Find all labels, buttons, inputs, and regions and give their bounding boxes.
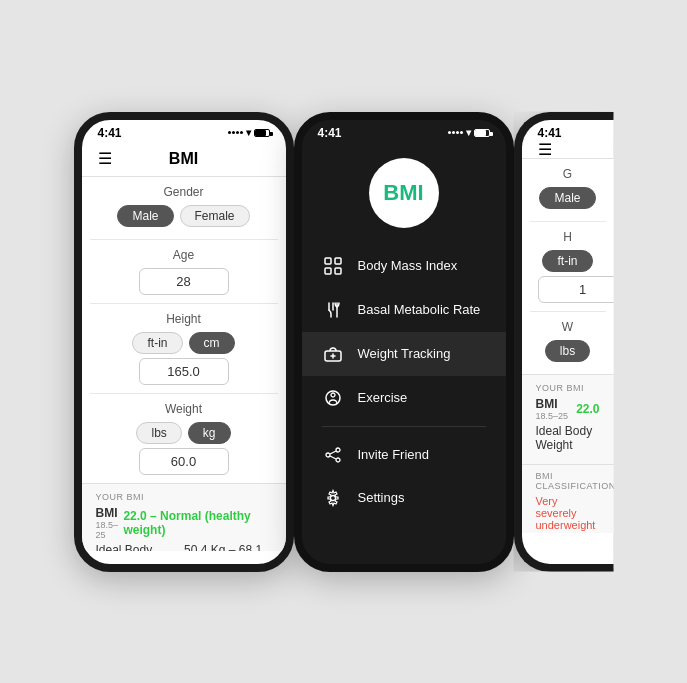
svg-point-12	[336, 448, 340, 452]
phone-1: 4:41 ▾ ☰ BMI Gender Male	[74, 112, 294, 572]
ideal-label-3: Ideal Body Weight	[536, 424, 600, 452]
menu-item-weight[interactable]: Weight Tracking	[302, 332, 506, 376]
menu-item-bmi[interactable]: Body Mass Index	[302, 244, 506, 288]
app-header-3: ☰	[522, 142, 614, 159]
hamburger-menu-1[interactable]: ☰	[98, 149, 112, 168]
weight-unit-group: lbs kg	[98, 422, 270, 444]
bmi-logo-text: BMI	[383, 180, 423, 206]
height-ftin-btn[interactable]: ft-in	[132, 332, 182, 354]
status-icons-1: ▾	[228, 127, 270, 138]
exercise-icon	[322, 387, 344, 409]
age-input[interactable]: 28	[139, 268, 229, 295]
bmi-range: 18.5–25	[96, 520, 124, 540]
class-row-3-0: Very severely underweight	[536, 495, 600, 531]
bmi-label-3: BMI	[536, 397, 569, 411]
signal-icon-2	[448, 131, 463, 134]
menu-label-bmr: Basal Metabolic Rate	[358, 302, 481, 317]
svg-rect-2	[325, 268, 331, 274]
height-input[interactable]	[139, 358, 229, 385]
signal-icon	[228, 131, 243, 134]
height-section-3: H ft-in	[522, 222, 614, 311]
svg-point-13	[326, 453, 330, 457]
weight-section-3: W lbs	[522, 312, 614, 374]
height-label: Height	[98, 312, 270, 326]
menu-item-exercise[interactable]: Exercise	[302, 376, 506, 420]
gender-toggle-group: Male Female	[98, 205, 270, 227]
weight-lbs-btn[interactable]: lbs	[136, 422, 181, 444]
svg-point-11	[331, 393, 335, 397]
bmi-label: BMI	[96, 506, 124, 520]
height-unit-3: ft-in	[538, 250, 598, 272]
svg-line-15	[330, 451, 336, 454]
bmi-value-display: 22.0 – Normal (healthy weight)	[123, 509, 271, 537]
bmi-row-3: BMI 18.5–25 22.0	[536, 397, 600, 421]
bmi-logo: BMI	[369, 158, 439, 228]
gender-group-3: Male	[538, 187, 598, 209]
height-unit-group: ft-in cm	[98, 332, 270, 354]
menu-label-weight: Weight Tracking	[358, 346, 451, 361]
gender-female-btn[interactable]: Female	[180, 205, 250, 227]
weight-kg-btn[interactable]: kg	[188, 422, 231, 444]
app-content-1: Gender Male Female Age 28 Height ft-in c…	[82, 177, 286, 551]
menu-item-bmr[interactable]: Basal Metabolic Rate	[302, 288, 506, 332]
ideal-body-weight-label: Ideal Body Weight	[96, 543, 185, 551]
class-section-3: BMI CLASSIFICATION Very severely underwe…	[522, 464, 614, 533]
ideal-row-3: Ideal Body Weight	[536, 424, 600, 458]
wifi-icon-2: ▾	[466, 127, 471, 138]
app-title-1: BMI	[169, 150, 198, 168]
gender-section: Gender Male Female	[82, 177, 286, 239]
weight-lbs-3[interactable]: lbs	[545, 340, 590, 362]
height-cm-btn[interactable]: cm	[189, 332, 235, 354]
weight-label: Weight	[98, 402, 270, 416]
phone-2: 4:41 ▾ BMI	[294, 112, 514, 572]
weight-input[interactable]	[139, 448, 229, 475]
weight-icon	[322, 343, 344, 365]
hamburger-3[interactable]: ☰	[538, 140, 552, 159]
height-section: Height ft-in cm	[82, 304, 286, 393]
weight-section: Weight lbs kg	[82, 394, 286, 483]
phones-container: 4:41 ▾ ☰ BMI Gender Male	[74, 112, 614, 572]
bmi-label-group-3: BMI 18.5–25	[536, 397, 569, 421]
bmi-value-row: BMI 18.5–25 22.0 – Normal (healthy weigh…	[96, 506, 272, 540]
menu-label-settings: Settings	[358, 490, 405, 505]
menu-item-invite[interactable]: Invite Friend	[302, 433, 506, 476]
bmi-value-3: 22.0	[576, 402, 599, 416]
gender-label: Gender	[98, 185, 270, 199]
menu-item-settings[interactable]: Settings	[302, 476, 506, 520]
bmi-range-3: 18.5–25	[536, 411, 569, 421]
svg-rect-0	[325, 258, 331, 264]
status-bar-1: 4:41 ▾	[82, 120, 286, 142]
app-content-3: G Male H ft-in W lbs	[522, 159, 614, 533]
bmi-label-group: BMI 18.5–25	[96, 506, 124, 540]
menu-label-invite: Invite Friend	[358, 447, 430, 462]
gender-male-btn[interactable]: Male	[117, 205, 173, 227]
height-ftin-3[interactable]: ft-in	[542, 250, 592, 272]
status-bar-3: 4:41	[522, 120, 614, 142]
main-menu: Body Mass Index Basal Metabolic Rate	[302, 244, 506, 548]
age-label: Age	[98, 248, 270, 262]
gender-section-3: G Male	[522, 159, 614, 221]
male-btn-3[interactable]: Male	[539, 187, 595, 209]
bmi-section-title: YOUR BMI	[96, 492, 272, 502]
ideal-body-weight-row: Ideal Body Weight 50.4 Kg – 68.1 Kg	[96, 543, 272, 551]
height-label-3: H	[538, 230, 598, 244]
gear-icon	[322, 487, 344, 509]
age-section: Age 28	[82, 240, 286, 303]
menu-label-exercise: Exercise	[358, 390, 408, 405]
svg-point-17	[330, 495, 335, 500]
status-icons-2: ▾	[448, 127, 490, 138]
bmi-section-title-3: YOUR BMI	[536, 383, 600, 393]
dark-menu-content: BMI Body Mass Index	[302, 142, 506, 548]
menu-label-bmi: Body Mass Index	[358, 258, 458, 273]
svg-rect-3	[335, 268, 341, 274]
gender-label-3: G	[538, 167, 598, 181]
height-input-3[interactable]	[538, 276, 614, 303]
weight-unit-3: lbs	[538, 340, 598, 362]
svg-point-14	[336, 458, 340, 462]
class-3-0: Very severely underweight	[536, 495, 600, 531]
time-2: 4:41	[318, 126, 342, 140]
wifi-icon: ▾	[246, 127, 251, 138]
app-header-1: ☰ BMI	[82, 142, 286, 177]
share-icon	[322, 444, 344, 466]
class-title-3: BMI CLASSIFICATION	[536, 471, 600, 491]
